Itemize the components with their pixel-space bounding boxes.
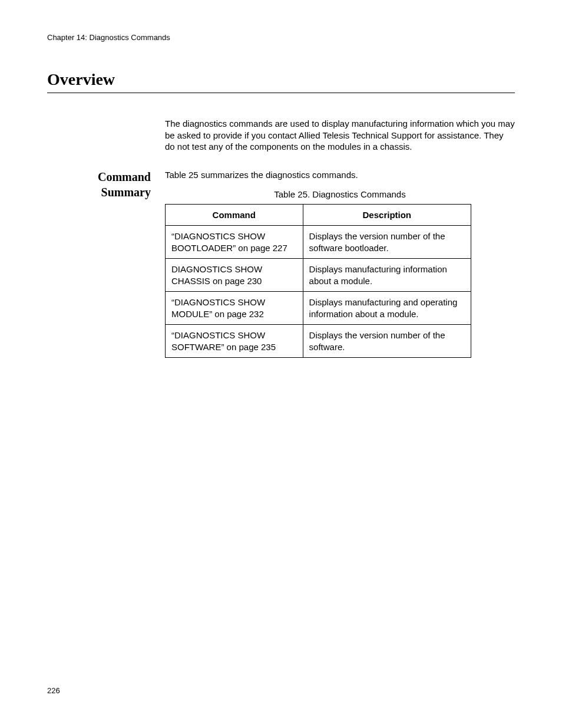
table-cell-command: DIAGNOSTICS SHOW CHASSIS on page 230	[166, 259, 303, 292]
table-cell-description: Displays the version number of the softw…	[303, 325, 471, 358]
page-title: Overview	[47, 70, 515, 93]
table-cell-description: Displays manufacturing and operating inf…	[303, 292, 471, 325]
intro-paragraph: The diagnostics commands are used to dis…	[165, 118, 515, 153]
table-header-command: Command	[166, 204, 303, 226]
diagnostics-commands-table: Command Description “DIAGNOSTICS SHOW BO…	[165, 204, 471, 358]
command-summary-body: Table 25 summarizes the diagnostics comm…	[165, 169, 515, 358]
page: Chapter 14: Diagnostics Commands Overvie…	[0, 0, 562, 728]
table-header-description: Description	[303, 204, 471, 226]
table-caption: Table 25. Diagnostics Commands	[165, 189, 515, 200]
table-row: “DIAGNOSTICS SHOW MODULE” on page 232 Di…	[166, 292, 471, 325]
command-summary-section: Command Summary Table 25 summarizes the …	[47, 169, 515, 358]
table-cell-command: “DIAGNOSTICS SHOW BOOTLOADER” on page 22…	[166, 226, 303, 259]
table-cell-command: “DIAGNOSTICS SHOW SOFTWARE” on page 235	[166, 325, 303, 358]
table-cell-command: “DIAGNOSTICS SHOW MODULE” on page 232	[166, 292, 303, 325]
page-number: 226	[47, 686, 60, 695]
table-row: “DIAGNOSTICS SHOW SOFTWARE” on page 235 …	[166, 325, 471, 358]
side-heading-command-summary: Command Summary	[47, 169, 165, 200]
summary-intro: Table 25 summarizes the diagnostics comm…	[165, 169, 515, 181]
chapter-header: Chapter 14: Diagnostics Commands	[47, 33, 515, 42]
table-cell-description: Displays the version number of the softw…	[303, 226, 471, 259]
table-row: “DIAGNOSTICS SHOW BOOTLOADER” on page 22…	[166, 226, 471, 259]
table-cell-description: Displays manufacturing information about…	[303, 259, 471, 292]
table-row: DIAGNOSTICS SHOW CHASSIS on page 230 Dis…	[166, 259, 471, 292]
